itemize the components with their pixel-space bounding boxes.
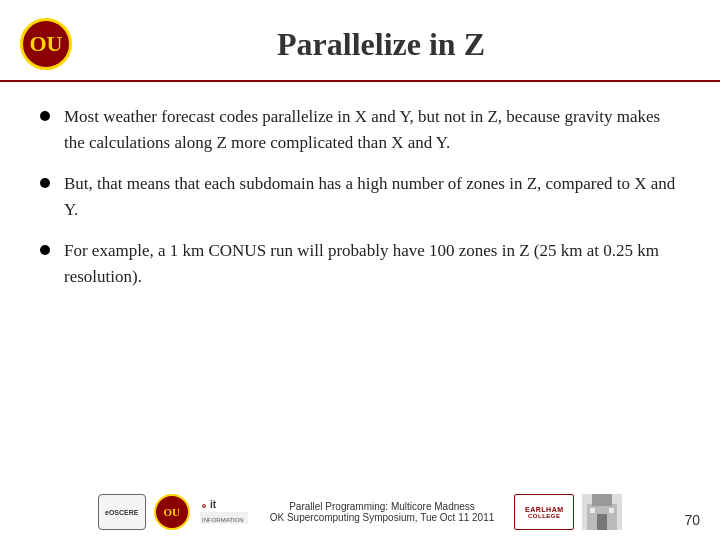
bullet-dot-1	[40, 111, 50, 121]
svg-rect-7	[590, 508, 595, 513]
svg-text:it: it	[210, 499, 217, 510]
building-icon	[582, 494, 622, 530]
bullet-text-1: Most weather forecast codes parallelize …	[64, 104, 680, 155]
bullet-dot-3	[40, 245, 50, 255]
slide-header: OU Parallelize in Z	[0, 0, 720, 82]
bullet-item-3: For example, a 1 km CONUS run will proba…	[40, 238, 680, 289]
footer-line2: OK Supercomputing Symposium, Tue Oct 11 …	[270, 512, 495, 523]
slide: OU Parallelize in Z Most weather forecas…	[0, 0, 720, 540]
bullet-item-1: Most weather forecast codes parallelize …	[40, 104, 680, 155]
svg-text:INFORMATION: INFORMATION	[202, 517, 244, 523]
footer-text-block: Parallel Programming: Multicore Madness …	[270, 501, 495, 523]
eoscere-badge: eOSCERE	[98, 494, 146, 530]
bullet-dot-2	[40, 178, 50, 188]
slide-title: Parallelize in Z	[72, 26, 690, 63]
slide-content: Most weather forecast codes parallelize …	[0, 82, 720, 315]
bullet-item-2: But, that means that each subdomain has …	[40, 171, 680, 222]
ou-logo: OU	[20, 18, 72, 70]
earlham-badge: EARLHAM COLLEGE	[514, 494, 574, 530]
svg-text:o: o	[202, 501, 206, 510]
footer-right: EARLHAM COLLEGE	[514, 494, 622, 530]
svg-rect-8	[609, 508, 614, 513]
bullet-text-2: But, that means that each subdomain has …	[64, 171, 680, 222]
footer-ou-logo: OU	[154, 494, 190, 530]
bullet-text-3: For example, a 1 km CONUS run will proba…	[64, 238, 680, 289]
svg-rect-5	[592, 494, 612, 506]
svg-rect-6	[597, 514, 607, 530]
page-number: 70	[684, 512, 700, 528]
footer-line1: Parallel Programming: Multicore Madness	[270, 501, 495, 512]
slide-footer: eOSCERE OU o it INFORMATION Parallel Pro…	[0, 494, 720, 530]
it-badge: o it INFORMATION	[198, 494, 250, 530]
footer-logos: eOSCERE OU o it INFORMATION	[98, 494, 250, 530]
